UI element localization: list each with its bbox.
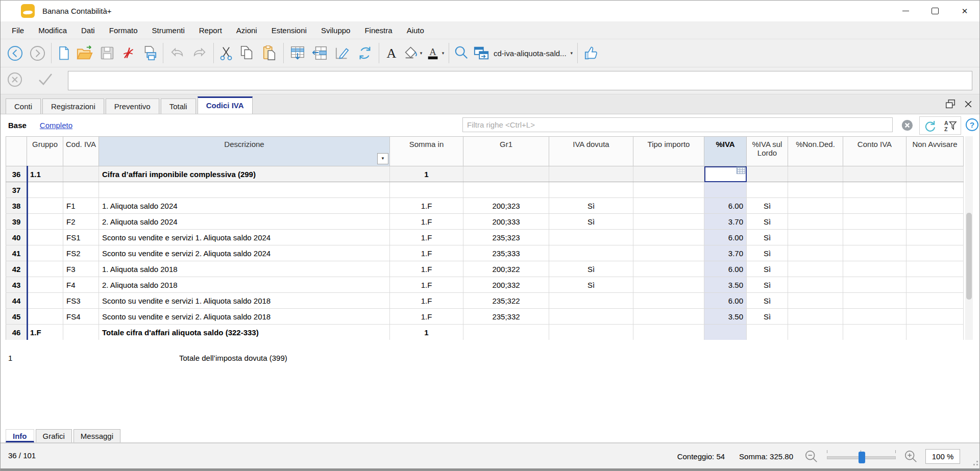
print-button[interactable] — [138, 42, 160, 64]
table-cell[interactable] — [843, 325, 906, 340]
table-cell[interactable] — [747, 182, 788, 198]
table-cell[interactable]: 2. Aliquota saldo 2018 — [99, 277, 390, 293]
table-cell[interactable]: FS3 — [63, 293, 99, 309]
table-cell[interactable] — [788, 214, 843, 230]
row-number[interactable]: 41 — [6, 245, 27, 261]
table-cell[interactable] — [633, 277, 704, 293]
refresh-filter-icon[interactable] — [923, 119, 936, 132]
table-cell[interactable] — [704, 182, 747, 198]
table-cell[interactable] — [27, 293, 63, 309]
table-cell[interactable] — [906, 309, 964, 325]
table-cell[interactable]: 1.F — [390, 293, 463, 309]
reject-edit-button[interactable] — [7, 71, 23, 90]
table-cell[interactable] — [463, 325, 549, 340]
table-cell[interactable]: Sì — [747, 198, 788, 214]
table-cell[interactable]: 1.F — [390, 309, 463, 325]
table-cell[interactable]: Sì — [747, 245, 788, 261]
menu-item-file[interactable]: File — [5, 26, 31, 35]
table-cell[interactable] — [788, 261, 843, 277]
table-cell[interactable]: 1 — [390, 166, 463, 182]
table-cell[interactable]: 235;323 — [463, 230, 549, 245]
table-cell[interactable]: 1. Aliquota saldo 2018 — [99, 261, 390, 277]
table-cell[interactable] — [633, 309, 704, 325]
table-cell[interactable]: Sì — [747, 293, 788, 309]
table-cell[interactable] — [843, 309, 906, 325]
bottom-tab-messaggi[interactable]: Messaggi — [74, 429, 120, 442]
table-cell[interactable]: 6.00 — [704, 198, 747, 214]
zoom-out-icon[interactable] — [804, 450, 819, 464]
table-cell[interactable] — [633, 293, 704, 309]
table-cell[interactable] — [843, 182, 906, 198]
table-cell[interactable]: F4 — [63, 277, 99, 293]
text-color-button[interactable]: A ▾ — [424, 42, 446, 64]
column-header--iva[interactable]: %IVA — [704, 137, 747, 166]
table-cell[interactable] — [788, 198, 843, 214]
menu-item-report[interactable]: Report — [192, 26, 229, 35]
table-cell[interactable]: 3.70 — [704, 245, 747, 261]
row-number[interactable]: 38 — [6, 198, 27, 214]
table-cell[interactable] — [788, 166, 843, 182]
table-cell[interactable] — [788, 325, 843, 340]
table-cell[interactable] — [390, 182, 463, 198]
table-cell[interactable]: 1.F — [390, 245, 463, 261]
table-cell[interactable] — [906, 277, 964, 293]
table-cell[interactable]: FS1 — [63, 230, 99, 245]
zoom-value[interactable]: 100 % — [925, 449, 960, 464]
table-cell[interactable] — [906, 325, 964, 340]
table-cell[interactable] — [906, 261, 964, 277]
table-cell[interactable]: 1.F — [390, 277, 463, 293]
table-cell[interactable] — [63, 166, 99, 182]
table-cell[interactable] — [747, 166, 788, 182]
table-cell[interactable]: 235;322 — [463, 293, 549, 309]
table-cell[interactable] — [549, 166, 633, 182]
table-cell[interactable]: 3.70 — [704, 214, 747, 230]
table-cell[interactable] — [27, 245, 63, 261]
insert-columns-button[interactable] — [309, 42, 331, 64]
column-header-descrizione[interactable]: Descrizione▼ — [99, 137, 390, 166]
column-header-gruppo[interactable]: Gruppo — [27, 137, 63, 166]
table-cell[interactable] — [633, 198, 704, 214]
sort-filter-icon[interactable]: AZ — [943, 119, 957, 132]
table-cell[interactable] — [549, 293, 633, 309]
tab-registrazioni[interactable]: Registrazioni — [42, 98, 104, 114]
column-header-somma-in[interactable]: Somma in — [390, 137, 463, 166]
table-cell[interactable]: 1.F — [27, 325, 63, 340]
bottom-tab-grafici[interactable]: Grafici — [36, 429, 72, 442]
table-cell[interactable]: Sì — [747, 214, 788, 230]
column-header-non-avvisare[interactable]: Non Avvisare — [906, 137, 964, 166]
table-cell[interactable] — [788, 182, 843, 198]
table-cell[interactable]: Sconto su vendite e servizi 2. Aliquota … — [99, 245, 390, 261]
table-cell[interactable]: 6.00 — [704, 230, 747, 245]
descrizione-filter-dropdown[interactable]: ▼ — [377, 153, 388, 164]
table-cell[interactable] — [27, 277, 63, 293]
table-cell[interactable] — [906, 182, 964, 198]
tab-totali[interactable]: Totali — [161, 98, 196, 114]
row-number[interactable]: 36 — [6, 166, 27, 182]
maximize-button[interactable] — [920, 1, 950, 21]
table-cell[interactable]: 6.00 — [704, 293, 747, 309]
table-cell[interactable]: Sconto su vendite e servizi 2. Aliquota … — [99, 309, 390, 325]
column-header--iva-sul-lordo[interactable]: %IVA sul Lordo — [747, 137, 788, 166]
table-cell[interactable]: F1 — [63, 198, 99, 214]
table-cell[interactable] — [906, 166, 964, 182]
cut-button[interactable] — [216, 42, 236, 64]
table-cell[interactable]: Sì — [747, 309, 788, 325]
row-number[interactable]: 44 — [6, 293, 27, 309]
zoom-in-icon[interactable] — [904, 450, 918, 464]
table-cell[interactable]: 1.1 — [27, 166, 63, 182]
table-cell[interactable] — [27, 198, 63, 214]
close-button[interactable]: ✕ — [950, 1, 979, 21]
table-cell[interactable] — [843, 198, 906, 214]
column-header-iva-dovuta[interactable]: IVA dovuta — [549, 137, 633, 166]
table-cell[interactable] — [27, 230, 63, 245]
table-cell[interactable] — [463, 166, 549, 182]
table-cell[interactable] — [843, 293, 906, 309]
table-cell[interactable]: Totale cifra d'affari aliquota saldo (32… — [99, 325, 390, 340]
table-cell[interactable]: Sì — [549, 198, 633, 214]
table-cell[interactable] — [63, 182, 99, 198]
paste-button[interactable] — [258, 42, 281, 64]
row-number[interactable]: 46 — [6, 325, 27, 340]
tab-codici-iva[interactable]: Codici IVA — [198, 96, 253, 114]
table-cell[interactable]: Sconto su vendite e servizi 1. Aliquota … — [99, 293, 390, 309]
table-cell[interactable] — [549, 182, 633, 198]
